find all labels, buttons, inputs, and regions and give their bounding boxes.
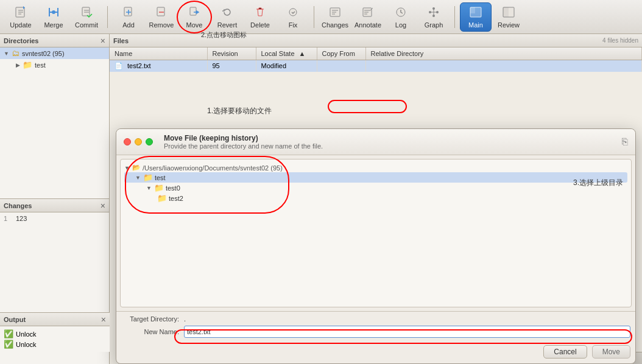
maximize-traffic-light[interactable] xyxy=(146,138,153,145)
file-state-cell: Modified xyxy=(256,60,317,72)
merge-icon xyxy=(46,5,61,19)
files-table-header-row: Name Revision Local State ▲ Copy From Re… xyxy=(110,47,642,60)
output-item-1: ✅ Unlock xyxy=(4,339,106,349)
minimize-traffic-light[interactable] xyxy=(135,138,142,145)
file-selection-circle xyxy=(328,100,407,113)
col-name[interactable]: Name xyxy=(110,47,207,60)
file-icon: 📄 xyxy=(115,62,123,69)
tree-root-item[interactable]: ▼ 📂 /Users/liaowenxiong/Documents/svntes… xyxy=(124,163,627,172)
directories-panel[interactable]: Directories × ▼ 🗂 svntest02 (95) ▶ 📁 tes… xyxy=(0,34,109,199)
toolbar: Update Merge Commit xyxy=(0,0,642,34)
revert-icon xyxy=(220,5,235,19)
svg-rect-2 xyxy=(82,7,90,16)
toolbar-middle-group: Add Remove Move xyxy=(113,2,309,32)
file-revision-cell: 95 xyxy=(207,60,256,72)
svg-rect-15 xyxy=(470,7,475,13)
file-reldir-cell xyxy=(365,60,642,72)
directory-tree-area[interactable]: ▼ 📂 /Users/liaowenxiong/Documents/svntes… xyxy=(120,159,632,307)
test2-folder-icon: 📁 xyxy=(157,194,167,203)
col-reldir[interactable]: Relative Directory xyxy=(365,47,642,60)
svg-point-1 xyxy=(52,10,55,14)
changes-icon xyxy=(328,5,342,19)
log-button[interactable]: Log xyxy=(385,2,417,32)
output-header: Output × xyxy=(0,313,110,326)
annotate-icon xyxy=(361,5,375,19)
dialog-buttons: Cancel Move xyxy=(116,341,635,363)
review-icon xyxy=(501,5,516,19)
commit-button[interactable]: Commit xyxy=(71,2,102,32)
test-folder-icon: 📁 xyxy=(23,60,32,69)
delete-icon xyxy=(253,5,267,19)
main-button[interactable]: Main xyxy=(460,2,492,32)
tree-test0-item[interactable]: ▼ 📁 test0 xyxy=(124,183,627,193)
update-icon xyxy=(13,5,28,19)
check-icon-1: ✅ xyxy=(4,340,13,349)
move-highlight-wrapper: Move xyxy=(178,2,210,32)
move-action-button[interactable]: Move xyxy=(592,345,630,359)
update-button[interactable]: Update xyxy=(5,2,37,32)
graph-icon xyxy=(426,5,441,19)
remove-button[interactable]: Remove xyxy=(146,2,177,32)
target-dir-row: Target Directory: . xyxy=(121,315,630,323)
toolbar-left-group: Update Merge Commit xyxy=(5,2,102,32)
test-tree-chevron: ▼ xyxy=(135,175,141,181)
cancel-button[interactable]: Cancel xyxy=(543,345,587,359)
directories-header: Directories × xyxy=(0,34,109,47)
dialog-titlebar: Move File (keeping history) Provide the … xyxy=(116,129,635,155)
dialog-footer: Target Directory: . New Name: xyxy=(116,311,635,341)
directory-root-item[interactable]: ▼ 🗂 svntest02 (95) xyxy=(0,47,109,59)
tree-test-item[interactable]: ▼ 📁 test xyxy=(124,172,627,183)
col-localstate[interactable]: Local State ▲ xyxy=(256,47,317,60)
sort-icon: ▲ xyxy=(299,50,306,57)
right-panel: Files 4 files hidden Name Revision Local… xyxy=(110,34,642,364)
toolbar-separator-1 xyxy=(107,6,108,28)
add-icon xyxy=(121,5,136,19)
new-name-row: New Name: xyxy=(121,326,630,338)
directories-close-button[interactable]: × xyxy=(101,36,105,46)
fix-button[interactable]: Fix xyxy=(277,2,309,32)
remove-icon xyxy=(154,5,169,19)
main-icon xyxy=(468,5,483,19)
revert-button[interactable]: Revert xyxy=(211,2,243,32)
dialog-body: ▼ 📂 /Users/liaowenxiong/Documents/svntes… xyxy=(116,155,635,363)
toolbar-right-group: Changes Annotate Log xyxy=(319,2,450,32)
test0-chevron: ▼ xyxy=(146,185,152,191)
move-icon xyxy=(187,5,202,19)
delete-button[interactable]: Delete xyxy=(244,2,276,32)
merge-button[interactable]: Merge xyxy=(38,2,69,32)
annotate-button[interactable]: Annotate xyxy=(352,2,384,32)
commit-icon xyxy=(79,5,94,19)
changes-close-button[interactable]: × xyxy=(101,201,105,211)
new-name-input[interactable] xyxy=(184,326,630,338)
add-button[interactable]: Add xyxy=(113,2,144,32)
output-close-button[interactable]: × xyxy=(101,315,106,324)
review-button[interactable]: Review xyxy=(493,2,524,32)
col-copyfrom[interactable]: Copy From xyxy=(317,47,365,60)
test-tree-folder-icon: 📁 xyxy=(143,173,153,182)
changes-row: 1 123 xyxy=(4,215,105,222)
file-name-cell: 📄 test2.txt xyxy=(110,60,207,72)
file-row-test2[interactable]: 📄 test2.txt 95 Modified xyxy=(110,60,642,72)
copy-icon[interactable]: ⎘ xyxy=(622,136,628,147)
output-panel: Output × ✅ Unlock ✅ Unlock xyxy=(0,312,110,352)
col-revision[interactable]: Revision xyxy=(207,47,256,60)
log-icon xyxy=(393,5,408,19)
output-items: ✅ Unlock ✅ Unlock xyxy=(0,326,110,352)
test0-folder-icon: 📁 xyxy=(154,183,164,192)
file-annotation: 1.选择要移动的文件 xyxy=(207,106,272,116)
toolbar-separator-3 xyxy=(454,6,455,28)
tree-test2-item[interactable]: 📁 test2 xyxy=(124,193,627,203)
move-button[interactable]: Move xyxy=(178,2,210,32)
svg-rect-5 xyxy=(190,7,196,15)
root-chevron: ▼ xyxy=(124,165,130,171)
files-table: Name Revision Local State ▲ Copy From Re… xyxy=(110,47,642,72)
changes-button[interactable]: Changes xyxy=(319,2,351,32)
svg-point-6 xyxy=(289,9,297,16)
fix-icon xyxy=(286,5,300,19)
close-traffic-light[interactable] xyxy=(124,138,131,145)
repo-icon: 🗂 xyxy=(12,49,19,58)
root-path-icon: 📂 xyxy=(132,164,141,172)
directory-test-item[interactable]: ▶ 📁 test xyxy=(0,59,109,71)
graph-button[interactable]: Graph xyxy=(418,2,450,32)
expand-chevron: ▼ xyxy=(4,51,9,57)
